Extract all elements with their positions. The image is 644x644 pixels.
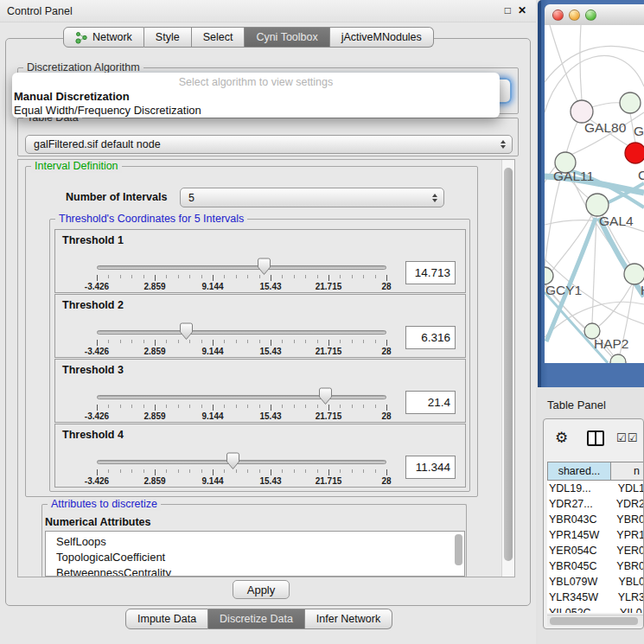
bottom-tab-infer-network[interactable]: Infer Network [305, 609, 392, 629]
threshold-sliders: Threshold 1-3.4262.8599.14415.4321.71528… [50, 220, 469, 491]
network-node-gcy1[interactable] [545, 267, 553, 284]
slider-track[interactable] [97, 395, 386, 399]
network-node-ga[interactable] [620, 92, 641, 113]
tab-network-label: Network [92, 31, 132, 43]
split-column-icon[interactable] [587, 430, 604, 446]
cell-shared-name: YBR045C [547, 558, 616, 574]
number-of-intervals-label: Number of Intervals [66, 191, 167, 203]
network-node[interactable] [610, 354, 626, 363]
network-node-c[interactable] [625, 143, 644, 163]
scale-label: 2.859 [143, 282, 165, 291]
slider-track[interactable] [97, 265, 386, 270]
column-header-shared[interactable]: shared... [547, 462, 611, 481]
scale-label: -3.426 [85, 476, 109, 486]
table-row[interactable]: YER054CYER0 [547, 543, 644, 558]
table-row[interactable]: YDR27...YDR2 [547, 496, 644, 512]
minimize-traffic-light-icon[interactable] [569, 10, 580, 21]
tick-mark [236, 340, 237, 343]
tick-mark [236, 275, 237, 278]
tick-mark [386, 405, 387, 411]
slider-thumb[interactable] [257, 258, 271, 276]
scale-label: 21.715 [316, 347, 342, 356]
zoom-traffic-light-icon[interactable] [585, 10, 596, 21]
threshold-value-input[interactable]: 11.344 [405, 456, 456, 479]
threshold-value-input[interactable]: 14.713 [405, 261, 456, 284]
horizontal-scrollbar[interactable] [547, 615, 644, 626]
control-panel-titlebar: Control Panel □ ✕ [0, 0, 536, 22]
tab-style[interactable]: Style [144, 27, 192, 48]
tick-mark [143, 405, 144, 408]
node-label: GAL80 [584, 120, 627, 135]
popup-hint-text: Select algorithm to view settings [12, 75, 500, 90]
tab-network[interactable]: Network [63, 27, 144, 48]
list-scrollbar-thumb[interactable] [455, 534, 462, 565]
table-row[interactable]: YBL079WYBL0 [547, 574, 644, 590]
network-window-titlebar[interactable] [545, 4, 644, 25]
tick-mark [282, 405, 283, 408]
slider-thumb[interactable] [226, 452, 240, 470]
number-of-intervals-combobox[interactable]: 5 [180, 188, 444, 207]
tab-cyni-toolbox-label: Cyni Toolbox [256, 31, 317, 43]
column-header-name[interactable]: n [611, 462, 644, 481]
tick-mark [294, 405, 295, 408]
close-panel-icon[interactable]: ✕ [518, 4, 526, 16]
float-window-icon[interactable]: □ [505, 4, 511, 16]
tick-mark [189, 275, 190, 278]
threshold-value-input[interactable]: 21.4 [405, 391, 456, 414]
table-row[interactable]: YIL052CYIL0 [547, 605, 644, 613]
scale-label: -3.426 [85, 411, 109, 421]
tab-jactivemnodules[interactable]: jActiveMNodules [330, 27, 434, 48]
table-row[interactable]: YBR045CYBR0 [547, 558, 644, 574]
scale-label: 28 [381, 282, 391, 291]
network-canvas[interactable]: GAL80GACGAL11GAL4GCY1HHAP2 [545, 25, 644, 363]
network-icon [75, 31, 88, 44]
table-row[interactable]: YPR145WYPR1 [547, 527, 644, 543]
network-node-h[interactable] [624, 264, 644, 284]
tab-select[interactable]: Select [192, 27, 245, 48]
list-item-selfloops[interactable]: SelfLoops [56, 534, 464, 550]
table-data-combobox[interactable]: galFiltered.sif default node [25, 135, 513, 154]
slider-thumb[interactable] [318, 387, 333, 405]
number-of-intervals-value: 5 [188, 192, 194, 204]
popup-option-manual-discretization[interactable]: Manual Discretization [12, 90, 500, 104]
slider-thumb[interactable] [179, 322, 194, 341]
slider-track[interactable] [97, 460, 386, 464]
bottom-tab-impute-data[interactable]: Impute Data [125, 609, 208, 629]
numerical-attributes-list[interactable]: SelfLoopsTopologicalCoefficientBetweenne… [45, 531, 465, 577]
table-row[interactable]: YLR345WYLR3 [547, 590, 644, 605]
scale-label: 28 [381, 411, 391, 421]
scale-label: 28 [381, 347, 391, 356]
cell-name: YER0 [616, 543, 644, 558]
algorithm-dropdown-popup: Select algorithm to view settings Manual… [12, 73, 500, 118]
threshold-value-input[interactable]: 6.316 [405, 326, 456, 349]
vertical-scrollbar[interactable] [501, 160, 514, 577]
slider-track[interactable] [97, 330, 386, 335]
horizontal-scrollbar-thumb[interactable] [550, 617, 638, 625]
cell-shared-name: YER054C [547, 543, 616, 558]
list-item-betweennesscentrality[interactable]: BetweennessCentrality [56, 565, 464, 577]
cell-shared-name: YLR345W [547, 590, 618, 605]
close-traffic-light-icon[interactable] [552, 10, 564, 21]
tick-mark [305, 275, 306, 278]
attributes-to-discretize-label: Attributes to discretize [48, 498, 161, 511]
numerical-attributes-label: Numerical Attributes [45, 516, 150, 528]
popup-option-equal-width-frequency[interactable]: Equal Width/Frequency Discretization [12, 104, 500, 118]
tick-mark [352, 275, 353, 278]
tick-mark [328, 275, 329, 281]
checkbox-icons[interactable]: ☑☑ [616, 431, 638, 444]
bottom-tab-discretize-data[interactable]: Discretize Data [208, 609, 305, 629]
vertical-scrollbar-thumb[interactable] [504, 168, 513, 561]
tab-cyni-toolbox[interactable]: Cyni Toolbox [245, 27, 329, 48]
tick-mark [178, 469, 179, 473]
apply-button[interactable]: Apply [233, 580, 290, 599]
cell-name: YPR1 [616, 527, 644, 543]
gear-icon[interactable]: ⚙ [555, 429, 568, 447]
node-label: GAL4 [599, 214, 634, 228]
table-row[interactable]: YDL19...YDL1 [547, 481, 644, 496]
table-rows: YDL19...YDL1YDR27...YDR2YBR043CYBR0YPR14… [547, 481, 644, 613]
tick-mark [155, 469, 156, 475]
panel-title: Control Panel [7, 5, 73, 17]
tick-mark [317, 469, 318, 473]
table-row[interactable]: YBR043CYBR0 [547, 512, 644, 527]
list-item-topologicalcoefficient[interactable]: TopologicalCoefficient [56, 550, 464, 565]
